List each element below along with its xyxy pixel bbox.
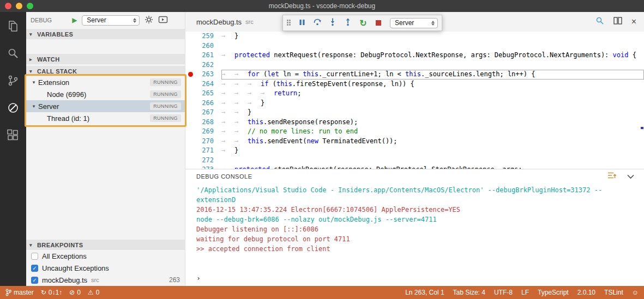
call-stack-item[interactable]: Thread (id: 1)RUNNING bbox=[26, 112, 185, 124]
code-line[interactable]: 260 bbox=[185, 41, 644, 51]
breakpoint-margin[interactable] bbox=[185, 51, 195, 60]
whitespace-tab-icon: → bbox=[221, 146, 234, 156]
code-line[interactable]: 259→} bbox=[185, 32, 644, 41]
close-window-button[interactable] bbox=[5, 3, 11, 9]
configure-launch-button[interactable] bbox=[145, 15, 153, 26]
zoom-window-button[interactable] bbox=[27, 3, 33, 9]
code-editor[interactable]: 259→}260261→protected nextRequest(respon… bbox=[185, 32, 644, 169]
drag-handle[interactable] bbox=[287, 20, 291, 26]
breakpoint-margin[interactable] bbox=[185, 156, 195, 166]
feedback-button[interactable]: ☺ bbox=[632, 289, 639, 296]
line-number: 272 bbox=[195, 156, 221, 166]
code-line[interactable]: 263→→for (let ln = this._currentLine+1; … bbox=[185, 70, 644, 80]
close-editor-button[interactable]: × bbox=[631, 17, 636, 26]
status-item[interactable]: UTF-8 bbox=[494, 289, 513, 296]
breakpoint-margin[interactable] bbox=[185, 137, 195, 147]
checkbox[interactable]: ✓ bbox=[31, 277, 38, 284]
activity-search-button[interactable] bbox=[0, 42, 26, 66]
debug-icon bbox=[7, 101, 20, 117]
code-line[interactable]: 268→→this.sendResponse(response); bbox=[185, 118, 644, 127]
breakpoint-margin[interactable] bbox=[185, 127, 195, 137]
section-breakpoints[interactable]: ▾ BREAKPOINTS bbox=[26, 239, 185, 250]
status-right-items: Ln 263, Col 1Tab Size: 4UTF-8LFTypeScrip… bbox=[405, 289, 623, 296]
section-watch[interactable]: ▸ WATCH bbox=[26, 53, 185, 64]
twisty-icon: ▾ bbox=[29, 69, 35, 74]
activity-debug-button[interactable] bbox=[0, 97, 26, 121]
step-into-button[interactable] bbox=[326, 16, 340, 30]
whitespace-tab-icon: → bbox=[221, 108, 234, 118]
code-line[interactable]: 262 bbox=[185, 60, 644, 70]
code-text: →→} bbox=[221, 108, 644, 118]
status-item[interactable]: TypeScript bbox=[538, 289, 569, 296]
code-line[interactable]: 266→→→} bbox=[185, 99, 644, 108]
whitespace-tab-icon: → bbox=[221, 137, 234, 147]
call-stack-item[interactable]: ▾ExtensionRUNNING bbox=[26, 76, 185, 88]
toolbar-session-select[interactable]: Server bbox=[390, 18, 438, 28]
status-item[interactable]: TSLint bbox=[604, 289, 623, 296]
console-line: waiting for debug protocol on port 4711 bbox=[196, 234, 639, 244]
console-output: '/Applications/Visual Studio Code - Insi… bbox=[185, 184, 644, 273]
breakpoint-margin[interactable] bbox=[185, 89, 195, 99]
code-line[interactable]: 272 bbox=[185, 156, 644, 166]
git-branch-status[interactable]: master bbox=[5, 289, 34, 296]
code-line[interactable]: 271→} bbox=[185, 146, 644, 156]
debug-toolbar: ↻ Server bbox=[282, 15, 442, 31]
code-line[interactable]: 269→→// no more lines: run to end bbox=[185, 127, 644, 137]
checkbox[interactable]: ✓ bbox=[31, 265, 38, 272]
code-line[interactable]: 261→protected nextRequest(response: Debu… bbox=[185, 51, 644, 60]
warning-status[interactable]: ⚠ 0 bbox=[88, 289, 99, 296]
activity-source-control-button[interactable] bbox=[0, 70, 26, 94]
breakpoint-margin[interactable] bbox=[185, 99, 195, 108]
sync-status[interactable]: ↻ 0↓1↑ bbox=[41, 289, 62, 296]
start-debug-button[interactable]: ▶ bbox=[72, 16, 77, 24]
code-line[interactable]: 265→→→→return; bbox=[185, 89, 644, 99]
status-item[interactable]: Ln 263, Col 1 bbox=[405, 289, 444, 296]
breakpoint-margin[interactable] bbox=[185, 80, 195, 89]
warning-count: 0 bbox=[96, 289, 100, 296]
breakpoint-item[interactable]: ✓mockDebug.tssrc263 bbox=[26, 274, 185, 286]
code-line[interactable]: 270→→this.sendEvent(new TerminatedEvent(… bbox=[185, 137, 644, 147]
section-call-stack[interactable]: ▾ CALL STACK bbox=[26, 65, 185, 76]
clear-console-button[interactable] bbox=[607, 172, 616, 181]
launch-config-select[interactable]: Server bbox=[82, 15, 140, 26]
whitespace-tab-icon: → bbox=[221, 127, 234, 137]
restart-button[interactable]: ↻ bbox=[356, 16, 370, 30]
call-stack-item[interactable]: ▾ServerRUNNING bbox=[26, 100, 185, 112]
section-variables[interactable]: ▾ VARIABLES bbox=[26, 28, 185, 39]
breakpoint-margin[interactable] bbox=[185, 108, 195, 118]
collapse-panel-button[interactable] bbox=[627, 172, 634, 181]
activity-extensions-button[interactable] bbox=[0, 124, 26, 148]
breakpoint-item[interactable]: All Exceptions bbox=[26, 250, 185, 262]
minimize-window-button[interactable] bbox=[16, 3, 22, 9]
editor-search-action-button[interactable] bbox=[595, 16, 604, 27]
breakpoint-margin[interactable] bbox=[185, 118, 195, 127]
debug-console-input[interactable]: › bbox=[196, 273, 639, 283]
status-item[interactable]: LF bbox=[521, 289, 529, 296]
breakpoint-margin[interactable] bbox=[185, 41, 195, 51]
whitespace-tab-icon: → bbox=[221, 118, 234, 127]
stop-button[interactable] bbox=[371, 16, 386, 30]
error-status[interactable]: ⊘ 0 bbox=[69, 289, 81, 296]
breakpoint-margin[interactable] bbox=[185, 60, 195, 70]
breakpoint-margin[interactable] bbox=[185, 32, 195, 41]
checkbox[interactable] bbox=[31, 253, 38, 260]
breakpoint-item[interactable]: ✓Uncaught Exceptions bbox=[26, 262, 185, 274]
code-line[interactable]: 264→→→if (this.fireStepEvent(response, l… bbox=[185, 80, 644, 89]
breakpoint-margin[interactable] bbox=[185, 165, 195, 169]
code-line[interactable]: 267→→} bbox=[185, 108, 644, 118]
breakpoint-margin[interactable] bbox=[185, 146, 195, 156]
call-stack-item[interactable]: Node (6996)RUNNING bbox=[26, 88, 185, 100]
code-text bbox=[221, 156, 644, 166]
status-item[interactable]: Tab Size: 4 bbox=[453, 289, 485, 296]
code-line[interactable]: 273→protected stepBackRequest(response: … bbox=[185, 165, 644, 169]
step-over-button[interactable] bbox=[310, 16, 324, 30]
open-debug-console-button[interactable] bbox=[158, 15, 168, 26]
tab-mockdebug[interactable]: mockDebug.ts bbox=[196, 18, 242, 26]
pause-button[interactable] bbox=[295, 16, 309, 30]
status-item[interactable]: 2.0.10 bbox=[577, 289, 595, 296]
split-editor-button[interactable] bbox=[613, 17, 622, 27]
activity-explorer-button[interactable] bbox=[0, 15, 26, 39]
breakpoint-dot[interactable] bbox=[188, 72, 193, 77]
step-out-button[interactable] bbox=[341, 16, 355, 30]
breakpoint-margin[interactable] bbox=[185, 70, 195, 80]
